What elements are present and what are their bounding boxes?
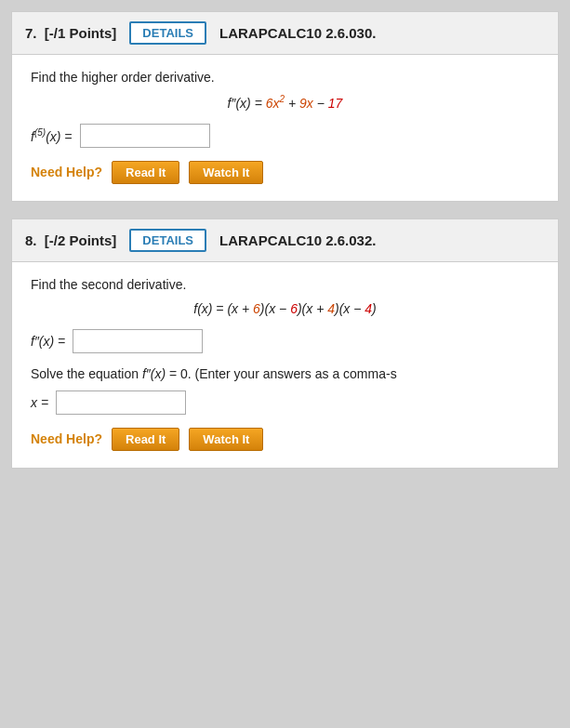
problem-8: 8. [-/2 Points] DETAILS LARAPCALC10 2.6.… [11,218,559,469]
problem-8-need-help-label: Need Help? [31,431,102,446]
problem-7-math: f″(x) = 6x2 + 9x − 17 [31,94,539,111]
problem-7-answer-row: f(5)(x) = [31,124,539,148]
problem-7-instruction: Find the higher order derivative. [31,70,539,85]
problem-8-answer-input[interactable] [73,329,203,353]
problem-8-solve-text: Solve the equation f″(x) = 0. (Enter you… [31,366,539,381]
problem-7-answer-input[interactable] [80,124,210,148]
problem-8-x-label: x = [31,395,48,410]
problem-7-header: 7. [-/1 Points] DETAILS LARAPCALC10 2.6.… [12,12,558,55]
watch-it-button-7[interactable]: Watch It [189,161,263,184]
problem-8-number: 8. [-/2 Points] [25,232,116,248]
details-button-8[interactable]: DETAILS [129,229,206,252]
problem-7: 7. [-/1 Points] DETAILS LARAPCALC10 2.6.… [11,11,559,202]
problem-7-code: LARAPCALC10 2.6.030. [219,25,376,41]
problem-8-x-input[interactable] [56,390,186,415]
problem-8-body: Find the second derivative. f(x) = (x + … [12,262,558,468]
problem-7-number: 7. [-/1 Points] [25,25,116,41]
problem-8-code: LARAPCALC10 2.6.032. [219,232,376,248]
problem-7-body: Find the higher order derivative. f″(x) … [12,55,558,201]
problem-7-need-help-label: Need Help? [31,165,102,179]
problem-8-answer-label: f″(x) = [31,334,65,349]
details-button-7[interactable]: DETAILS [129,21,206,45]
problem-8-x-row: x = [31,390,539,415]
problem-7-need-help-row: Need Help? Read It Watch It [31,161,539,184]
problem-8-math: f(x) = (x + 6)(x − 6)(x + 4)(x − 4) [31,301,539,316]
problem-8-need-help-row: Need Help? Read It Watch It [31,428,539,451]
watch-it-button-8[interactable]: Watch It [189,428,263,451]
read-it-button-8[interactable]: Read It [112,428,179,451]
read-it-button-7[interactable]: Read It [112,161,179,184]
problem-7-answer-label: f(5)(x) = [31,127,73,144]
problem-8-answer-row: f″(x) = [31,329,539,353]
problem-8-header: 8. [-/2 Points] DETAILS LARAPCALC10 2.6.… [12,219,558,262]
problem-8-instruction: Find the second derivative. [31,277,539,292]
